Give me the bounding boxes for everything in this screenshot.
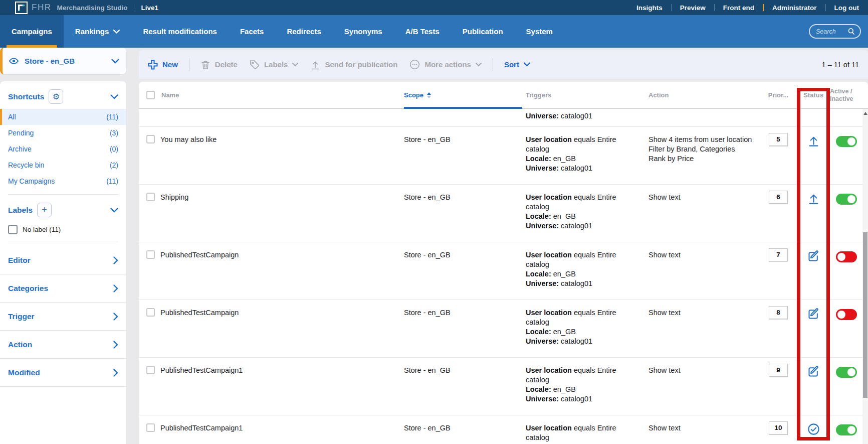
chevron-down-icon[interactable]	[110, 94, 118, 99]
filter-categories[interactable]: Categories	[0, 274, 126, 303]
scope-cell: Store - en_GB	[404, 358, 526, 415]
tab-ab-tests[interactable]: A/B Tests	[394, 15, 451, 48]
search-input[interactable]	[815, 28, 847, 36]
labels-title: Labels	[8, 206, 33, 215]
active-toggle[interactable]	[836, 309, 857, 320]
active-toggle[interactable]	[836, 194, 857, 205]
campaign-name[interactable]: PublishedTestCampaign1	[160, 423, 243, 433]
sidebar-item-pending[interactable]: Pending (3)	[0, 125, 126, 141]
no-label-filter[interactable]: No label (11)	[0, 222, 126, 236]
tab-campaigns[interactable]: Campaigns	[0, 15, 64, 48]
scope-cell: Store - en_GB	[404, 127, 526, 184]
filter-action[interactable]: Action	[0, 331, 126, 359]
gear-icon: ⚙	[53, 93, 60, 101]
priority-value[interactable]: 5	[769, 133, 788, 146]
delete-button[interactable]: Delete	[200, 60, 238, 70]
row-checkbox[interactable]	[146, 250, 155, 259]
brand-logo-glyph	[18, 5, 25, 11]
row-checkbox[interactable]	[146, 366, 155, 374]
sidebar-item-recycle-bin[interactable]: Recycle bin (2)	[0, 157, 126, 173]
row-checkbox[interactable]	[146, 193, 155, 201]
table-row: You may also like Store - en_GB User loc…	[139, 127, 868, 185]
scroll-up-icon[interactable]	[863, 112, 867, 115]
brand-logo-icon[interactable]	[15, 2, 28, 14]
tab-synonyms[interactable]: Synonyms	[333, 15, 394, 48]
tab-redirects[interactable]: Redirects	[275, 15, 332, 48]
name-cell: PublishedTestCampaign	[139, 300, 404, 357]
status-publish-icon[interactable]	[807, 192, 820, 205]
select-all-checkbox[interactable]	[146, 91, 155, 99]
row-checkbox[interactable]	[146, 308, 155, 317]
active-toggle[interactable]	[836, 367, 857, 378]
link-front-end[interactable]: Front end	[721, 4, 756, 12]
status-cell	[797, 127, 830, 184]
campaign-name[interactable]: PublishedTestCampaign	[160, 250, 239, 260]
status-publish-icon[interactable]	[807, 134, 820, 147]
table-scrollbar[interactable]	[862, 109, 868, 444]
tab-result-modifications[interactable]: Result modifications	[131, 15, 229, 48]
chevron-right-icon	[113, 369, 118, 377]
chevron-right-icon	[113, 284, 118, 292]
more-actions-button[interactable]: More actions	[409, 59, 482, 70]
priority-value[interactable]: 10	[769, 421, 788, 434]
sidebar-item-all[interactable]: All (11)	[0, 109, 126, 125]
chevron-down-icon[interactable]	[110, 208, 118, 213]
add-label-button[interactable]: +	[37, 203, 52, 217]
priority-cell: 5	[760, 127, 797, 184]
column-header-scope[interactable]: Scope	[404, 82, 526, 108]
priority-value[interactable]: 7	[769, 248, 788, 261]
active-cell	[830, 415, 863, 444]
active-toggle[interactable]	[836, 251, 857, 262]
count-badge: (3)	[110, 129, 118, 137]
row-checkbox[interactable]	[146, 135, 155, 143]
sidebar-item-archive[interactable]: Archive (0)	[0, 141, 126, 157]
status-edit-icon[interactable]	[807, 307, 820, 321]
chevron-down-icon[interactable]	[111, 59, 119, 64]
merchandising-studio-app: FHR Merchandising Studio Live1 Insights …	[0, 0, 868, 444]
campaign-toolbar: New Delete Labels Send for publication	[139, 50, 868, 79]
new-button[interactable]: New	[148, 60, 178, 70]
tab-rankings[interactable]: Rankings	[64, 15, 132, 48]
link-insights[interactable]: Insights	[634, 4, 665, 12]
store-selector[interactable]: Store - en_GB	[0, 48, 126, 74]
filter-editor[interactable]: Editor	[0, 246, 126, 274]
filter-trigger[interactable]: Trigger	[0, 303, 126, 331]
priority-value[interactable]: 6	[769, 191, 788, 204]
status-approved-icon[interactable]	[807, 422, 820, 436]
tab-facets[interactable]: Facets	[229, 15, 276, 48]
scope-cell: Store - en_GB	[404, 415, 526, 444]
shortcuts-settings-button[interactable]: ⚙	[49, 89, 63, 104]
tab-publication[interactable]: Publication	[451, 15, 515, 48]
campaign-name[interactable]: PublishedTestCampaign	[160, 308, 239, 318]
environment-name: Live1	[141, 4, 158, 12]
priority-cell: 9	[760, 358, 797, 415]
active-toggle[interactable]	[836, 424, 857, 435]
priority-value[interactable]: 8	[769, 306, 788, 319]
priority-value[interactable]: 9	[769, 364, 788, 377]
labels-button[interactable]: Labels	[250, 60, 299, 70]
campaign-name[interactable]: Shipping	[160, 193, 188, 202]
tab-system[interactable]: System	[515, 15, 564, 48]
top-bar: FHR Merchandising Studio Live1 Insights …	[0, 0, 868, 15]
send-for-publication-button[interactable]: Send for publication	[310, 60, 397, 70]
campaign-name[interactable]: PublishedTestCampaign1	[160, 366, 243, 375]
column-header-status: Status	[797, 82, 830, 108]
scrollbar-thumb[interactable]	[863, 232, 867, 398]
search-box[interactable]	[809, 24, 861, 39]
active-cell	[830, 300, 863, 357]
sidebar-item-my-campaigns[interactable]: My Campaigns (11)	[0, 173, 126, 189]
sort-button[interactable]: Sort	[504, 60, 530, 69]
filter-modified[interactable]: Modified	[0, 359, 126, 387]
active-toggle[interactable]	[836, 136, 857, 147]
store-label: Store - en_GB	[25, 57, 75, 65]
no-label-checkbox[interactable]	[8, 225, 18, 234]
column-header-name[interactable]: Name	[139, 82, 404, 108]
status-edit-icon[interactable]	[807, 249, 820, 263]
link-preview[interactable]: Preview	[678, 4, 708, 12]
link-log-out[interactable]: Log out	[832, 4, 861, 12]
campaign-name[interactable]: You may also like	[160, 135, 216, 144]
status-edit-icon[interactable]	[807, 365, 820, 378]
row-checkbox[interactable]	[146, 423, 155, 432]
link-administrator[interactable]: Administrator	[770, 4, 819, 12]
action-cell: Show text	[648, 185, 760, 242]
